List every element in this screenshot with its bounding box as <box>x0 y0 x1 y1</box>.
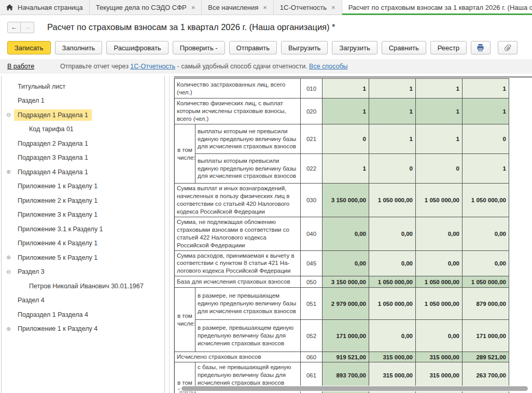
forward-button[interactable]: → <box>21 22 34 33</box>
tab-close-icon[interactable]: × <box>191 4 195 11</box>
tree-item[interactable]: Приложение 3.1 к Разделу 1 <box>2 222 164 236</box>
tab-sedo-current-tasks[interactable]: Текущие дела по СЭДО СФР× <box>90 0 202 15</box>
value-cell-050-1[interactable]: 3 150 000,00 <box>323 276 369 288</box>
scrollbar-thumb[interactable] <box>181 386 528 391</box>
export-button[interactable]: Выгрузить <box>281 41 328 54</box>
tree-item[interactable]: Приложение 4 к Разделу 1 <box>2 236 164 251</box>
value-cell-030-4[interactable]: 1 050 000,00 <box>463 184 509 217</box>
print-button[interactable] <box>471 41 491 54</box>
tree-item[interactable]: Раздел 4 <box>2 293 164 308</box>
value-cell-051-2[interactable]: 1 050 000,00 <box>369 288 416 320</box>
tree-item[interactable]: ⊕Приложение 1 к Разделу 4 <box>2 322 164 336</box>
collapse-icon[interactable]: ⊖ <box>2 269 14 275</box>
value-cell-022-3[interactable]: 0 <box>416 154 463 184</box>
value-cell-060-4[interactable]: 289 521,00 <box>463 352 509 362</box>
registry-button[interactable]: Реестр <box>430 41 467 54</box>
save-button[interactable]: Записать <box>7 41 51 54</box>
expand-icon[interactable]: ⊕ <box>2 326 14 332</box>
tree-item[interactable]: Приложение 2 к Разделу 1 <box>2 193 164 208</box>
tree-item[interactable]: Петров Николай Иванович 30.01.1967 <box>2 279 164 293</box>
value-cell-010-2[interactable]: 1 <box>369 79 416 99</box>
tab-1c-reporting[interactable]: 1С-Отчетность× <box>274 0 342 15</box>
value-cell-020-3[interactable]: 1 <box>416 99 463 124</box>
value-cell-052-2[interactable]: 0,00 <box>369 320 416 352</box>
value-cell-045-3[interactable]: 0,00 <box>416 250 463 276</box>
horizontal-scrollbar[interactable]: ◂ <box>175 386 528 391</box>
tree-item[interactable]: Подраздел 2 Раздела 1 <box>2 136 164 151</box>
tree-item[interactable]: ⊖Раздел 3 <box>2 265 164 279</box>
compare-button[interactable]: Сравнить <box>382 41 426 54</box>
value-cell-021-4[interactable]: 0 <box>463 124 509 154</box>
expand-icon[interactable]: ⊕ <box>2 254 14 261</box>
value-cell-022-2[interactable]: 0 <box>369 154 416 184</box>
tree-item[interactable]: ⊕Подраздел 4 Раздела 1 <box>2 165 164 179</box>
tab-all-accruals[interactable]: Все начисления× <box>202 0 274 15</box>
tab-close-icon[interactable]: × <box>263 4 267 11</box>
decipher-button[interactable]: Расшифровать <box>106 41 168 54</box>
check-button[interactable]: Проверить - <box>173 41 225 54</box>
tree-item[interactable]: Приложение 3 к Разделу 1 <box>2 208 164 222</box>
value-cell-051-4[interactable]: 879 000,00 <box>463 288 509 320</box>
tab-close-icon[interactable]: × <box>331 4 335 11</box>
value-cell-022-1[interactable]: 1 <box>323 154 369 184</box>
value-cell-021-2[interactable]: 1 <box>369 124 416 154</box>
value-cell-051-3[interactable]: 1 050 000,00 <box>416 288 463 320</box>
value-cell-061-1[interactable]: 893 700,00 <box>323 362 369 388</box>
value-cell-040-3[interactable]: 0,00 <box>416 217 463 250</box>
tab-insurance-report[interactable]: Расчет по страховым взносам за 1 квартал… <box>342 0 532 15</box>
value-cell-021-3[interactable]: 1 <box>416 124 463 154</box>
value-cell-020-4[interactable]: 1 <box>463 99 509 124</box>
value-cell-045-2[interactable]: 0,00 <box>369 250 416 276</box>
value-cell-020-2[interactable]: 1 <box>369 99 416 124</box>
tab-home[interactable]: Начальная страница <box>0 0 90 15</box>
value-cell-010-4[interactable]: 1 <box>463 79 509 99</box>
value-cell-050-4[interactable]: 1 050 000,00 <box>463 276 509 288</box>
tree-item[interactable]: Код тарифа 01 <box>2 122 164 137</box>
attachments-button[interactable] <box>498 41 517 54</box>
value-cell-010-1[interactable]: 1 <box>323 79 369 99</box>
tree-item[interactable]: Приложение 1 к Разделу 1 <box>2 179 164 194</box>
tree-item[interactable]: ⊕Приложение 5 к Разделу 1 <box>2 250 164 265</box>
tree-item[interactable]: Титульный лист <box>2 79 164 94</box>
value-cell-060-1[interactable]: 919 521,00 <box>323 352 369 362</box>
tree-item-label: Подраздел 3 Раздела 1 <box>14 152 92 163</box>
collapse-icon[interactable]: ⊖ <box>2 111 14 118</box>
value-cell-045-1[interactable]: 0,00 <box>323 250 369 276</box>
value-cell-050-3[interactable]: 1 050 000,00 <box>416 276 463 288</box>
value-cell-061-3[interactable]: 315 000,00 <box>416 362 463 388</box>
value-cell-040-2[interactable]: 0,00 <box>369 217 416 250</box>
load-button[interactable]: Загрузить <box>332 41 377 54</box>
value-cell-045-4[interactable]: 0,00 <box>463 250 509 276</box>
value-cell-010-3[interactable]: 1 <box>416 79 463 99</box>
value-cell-030-3[interactable]: 1 050 000,00 <box>416 184 463 217</box>
tree-item[interactable]: Подраздел 1 Раздела 4 <box>2 307 164 322</box>
value-cell-030-1[interactable]: 3 150 000,00 <box>323 184 369 217</box>
value-cell-050-2[interactable]: 1 050 000,00 <box>369 276 416 288</box>
scroll-left-icon[interactable]: ◂ <box>175 386 181 391</box>
tree-item[interactable]: Подраздел 3 Раздела 1 <box>2 151 164 165</box>
value-cell-040-1[interactable]: 0,00 <box>323 217 369 250</box>
value-cell-052-1[interactable]: 171 000,00 <box>323 320 369 352</box>
report-state-link[interactable]: В работе <box>7 63 34 70</box>
value-cell-021-1[interactable]: 0 <box>323 124 369 154</box>
value-cell-061-2[interactable]: 315 000,00 <box>369 362 416 388</box>
send-button[interactable]: Отправить <box>229 41 277 54</box>
value-cell-060-3[interactable]: 315 000,00 <box>416 352 463 362</box>
value-cell-040-4[interactable]: 0,00 <box>463 217 509 250</box>
value-cell-051-1[interactable]: 2 979 000,00 <box>323 288 369 320</box>
value-cell-060-2[interactable]: 315 000,00 <box>369 352 416 362</box>
value-cell-052-3[interactable]: 0,00 <box>416 320 463 352</box>
tree-item[interactable]: ⊖Подраздел 1 Раздела 1 <box>2 108 164 122</box>
tree-item[interactable]: Раздел 1 <box>2 94 164 108</box>
value-cell-022-4[interactable]: 1 <box>463 154 509 184</box>
value-cell-052-4[interactable]: 171 000,00 <box>463 320 509 352</box>
all-methods-link[interactable]: Все способы <box>309 63 347 70</box>
fill-button[interactable]: Заполнить <box>55 41 103 54</box>
value-cell-030-2[interactable]: 1 050 000,00 <box>369 184 416 217</box>
expand-icon[interactable]: ⊕ <box>2 169 14 175</box>
value-cell-020-1[interactable]: 1 <box>323 99 369 124</box>
1c-reporting-link[interactable]: 1С-Отчетность <box>130 63 175 70</box>
panel-splitter[interactable] <box>165 76 174 393</box>
back-button[interactable]: ← <box>7 22 21 33</box>
value-cell-061-4[interactable]: 263 700,00 <box>463 362 509 388</box>
